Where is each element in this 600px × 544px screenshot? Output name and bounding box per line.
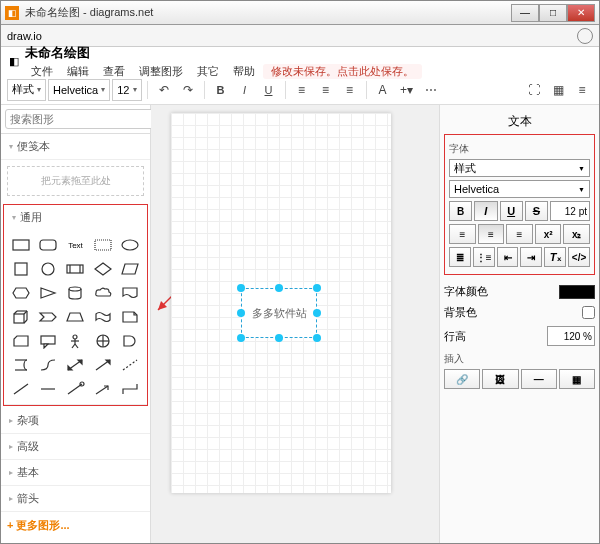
bgcolor-check[interactable] [582,306,595,319]
shape-note[interactable] [118,306,143,328]
shape-text[interactable]: Text [63,234,88,256]
halign-center[interactable]: ≡ [478,224,505,244]
minimize-button[interactable]: — [511,4,539,22]
section-scratchpad[interactable]: 便笺本 [1,134,150,160]
bold-button[interactable]: B [210,79,232,101]
section-advanced[interactable]: 高级 [1,434,150,460]
shape-circle[interactable] [35,258,60,280]
scratchpad-drop[interactable]: 把元素拖至此处 [7,166,144,196]
shape-document[interactable] [118,282,143,304]
resize-handle[interactable] [313,284,321,292]
shape-callout[interactable] [35,330,60,352]
style-select[interactable]: 样式 [7,79,46,101]
resize-handle[interactable] [313,309,321,317]
sup-button[interactable]: x² [535,224,562,244]
globe-icon[interactable] [577,28,593,44]
sub-button[interactable]: x₂ [563,224,590,244]
menu-view[interactable]: 查看 [97,64,131,79]
list-ol[interactable]: ≣ [449,247,471,267]
align-right-button[interactable]: ≡ [339,79,361,101]
shape-arrow2[interactable] [90,378,115,400]
list-ul[interactable]: ⋮≡ [473,247,495,267]
shape-cube[interactable] [8,306,33,328]
panel-size-input[interactable] [550,201,590,221]
shape-card[interactable] [8,330,33,352]
panel-style-select[interactable]: 样式 [449,159,590,177]
menu-edit[interactable]: 编辑 [61,64,95,79]
shape-dashline[interactable] [118,354,143,376]
resize-handle[interactable] [313,334,321,342]
fullscreen-button[interactable]: ⛶ [523,79,545,101]
shape-actor[interactable] [63,330,88,352]
fontcolor-swatch[interactable] [559,285,595,299]
more-shapes-button[interactable]: + 更多图形... [1,512,150,539]
undo-button[interactable]: ↶ [153,79,175,101]
align-left-button[interactable]: ≡ [291,79,313,101]
shape-arrow[interactable] [90,354,115,376]
page-surface[interactable]: 多多软件站 [171,113,391,493]
resize-handle[interactable] [275,284,283,292]
close-button[interactable]: ✕ [567,4,595,22]
halign-left[interactable]: ≡ [449,224,476,244]
panel-underline[interactable]: U [500,201,523,221]
insert-hr[interactable]: — [521,369,557,389]
more-button[interactable]: ⋯ [420,79,442,101]
doc-title[interactable]: 未命名绘图 [25,44,422,62]
insert-image[interactable]: 🖼 [482,369,518,389]
indent-inc[interactable]: ⇥ [520,247,542,267]
shape-hexagon[interactable] [8,282,33,304]
insert-link[interactable]: 🔗 [444,369,480,389]
shape-square[interactable] [8,258,33,280]
format-button[interactable]: ≡ [571,79,593,101]
shape-tape[interactable] [90,306,115,328]
insert-table[interactable]: ▦ [559,369,595,389]
shape-link[interactable] [63,378,88,400]
section-arrows[interactable]: 箭头 [1,486,150,512]
section-general[interactable]: 通用 [4,205,147,230]
maximize-button[interactable]: □ [539,4,567,22]
html-button[interactable]: </> [568,247,590,267]
add-button[interactable]: +▾ [396,79,418,101]
shape-trap[interactable] [63,306,88,328]
shape-rect[interactable] [8,234,33,256]
shape-curve[interactable] [35,354,60,376]
resize-handle[interactable] [237,334,245,342]
menu-help[interactable]: 帮助 [227,64,261,79]
indent-dec[interactable]: ⇤ [497,247,519,267]
shape-cylinder[interactable] [63,282,88,304]
font-select[interactable]: Helvetica [48,79,110,101]
underline-button[interactable]: U [258,79,280,101]
menu-other[interactable]: 其它 [191,64,225,79]
halign-right[interactable]: ≡ [506,224,533,244]
shape-biarrow[interactable] [63,354,88,376]
shape-or[interactable] [90,330,115,352]
search-input[interactable] [5,109,153,129]
shape-triangle[interactable] [35,282,60,304]
menu-file[interactable]: 文件 [25,64,59,79]
panel-italic[interactable]: I [474,201,497,221]
size-select[interactable]: 12 [112,79,141,101]
redo-button[interactable]: ↷ [177,79,199,101]
resize-handle[interactable] [275,334,283,342]
shape-datastore[interactable] [8,354,33,376]
clear-format[interactable]: Tₓ [544,247,566,267]
section-misc[interactable]: 杂项 [1,408,150,434]
shape-conn[interactable] [118,378,143,400]
panel-bold[interactable]: B [449,201,472,221]
shape-cloud[interactable] [90,282,115,304]
shape-roundrect[interactable] [35,234,60,256]
shape-process[interactable] [63,258,88,280]
shape-parallel[interactable] [118,258,143,280]
shape-textbox[interactable] [90,234,115,256]
shape-step[interactable] [35,306,60,328]
lineheight-input[interactable] [547,326,595,346]
shape-line[interactable] [8,378,33,400]
align-center-button[interactable]: ≡ [315,79,337,101]
shape-line2[interactable] [35,378,60,400]
shape-diamond[interactable] [90,258,115,280]
layers-button[interactable]: ▦ [547,79,569,101]
section-basic[interactable]: 基本 [1,460,150,486]
font-color-button[interactable]: A [372,79,394,101]
selected-textbox[interactable]: 多多软件站 [241,288,317,338]
menu-adjust[interactable]: 调整图形 [133,64,189,79]
